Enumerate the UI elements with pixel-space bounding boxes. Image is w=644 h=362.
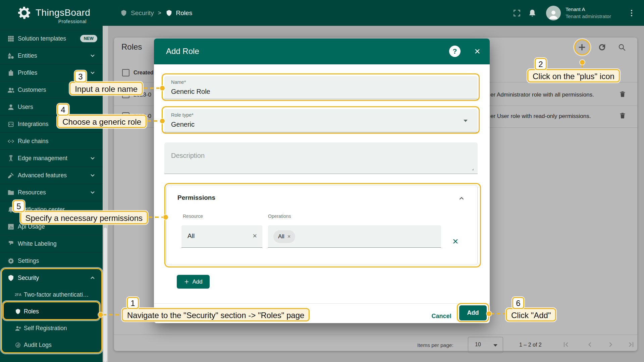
callout-anchor-dot — [580, 60, 585, 65]
sidebar-item-roles[interactable]: Roles — [0, 303, 103, 320]
sidebar-menu: Solution templates NEW Entities Profiles… — [0, 26, 103, 353]
callout-anchor-dot — [160, 119, 165, 123]
chevron-down-icon — [89, 69, 96, 76]
sidebar-item-advanced-features[interactable]: Advanced features — [0, 167, 103, 184]
clear-icon[interactable]: × — [253, 232, 257, 240]
sidebar-item-label: White Labeling — [18, 240, 57, 247]
chevron-up-icon — [89, 275, 96, 281]
breadcrumb-roles[interactable]: Roles — [165, 9, 193, 17]
dropdown-arrow-icon — [464, 120, 468, 122]
sidebar-item-rule-chains[interactable]: Rule chains — [0, 132, 103, 149]
thingsboard-logo-icon — [16, 5, 32, 21]
remove-permission-row-icon[interactable]: × — [452, 236, 459, 247]
notifications-button[interactable] — [525, 9, 540, 17]
name-field[interactable]: Name* Generic Role — [164, 76, 478, 99]
resource-select[interactable]: All × — [181, 225, 262, 248]
role-type-select[interactable]: Role type* Generic — [164, 109, 478, 132]
dialog-title: Add Role — [166, 47, 199, 56]
add-permission-label: Add — [192, 279, 202, 285]
people-icon — [7, 86, 14, 94]
sidebar-item-label: Self Registration — [24, 325, 67, 332]
name-field-label: Name* — [171, 79, 186, 85]
fullscreen-icon — [513, 9, 521, 17]
permissions-section: Permissions Resource Operations All × Al… — [166, 185, 478, 265]
step-badge-3: 3 — [74, 70, 87, 82]
resource-value: All — [187, 232, 195, 240]
step-label-3: Input a role name — [69, 82, 143, 95]
sidebar-item-entities[interactable]: Entities — [0, 47, 103, 64]
antenna-icon — [7, 155, 14, 162]
resize-handle-icon[interactable] — [469, 166, 474, 171]
bell-icon — [528, 9, 537, 17]
description-placeholder: Description — [171, 152, 205, 160]
shield-icon — [120, 9, 127, 17]
add-permission-button[interactable]: Add — [177, 275, 210, 289]
sidebar-item-users[interactable]: Users — [0, 98, 103, 115]
sidebar-item-self-registration[interactable]: Self Registration — [0, 320, 103, 337]
operations-column-label: Operations — [268, 214, 291, 219]
sidebar-item-security[interactable]: Security — [0, 269, 103, 286]
sidebar-item-label: Security — [18, 275, 39, 282]
operations-chip[interactable]: All × — [273, 230, 295, 243]
folder-icon — [7, 189, 14, 196]
fullscreen-button[interactable] — [509, 9, 525, 17]
close-icon[interactable]: × — [471, 45, 484, 58]
callout-connector — [490, 313, 505, 314]
chevron-down-icon — [89, 189, 96, 196]
sidebar-item-label: Rule chains — [18, 138, 48, 145]
sidebar-item-profiles[interactable]: Profiles — [0, 64, 103, 81]
sidebar-item-label: Two-factor authenticati… — [24, 291, 89, 298]
sidebar: ThingsBoard Professional Solution templa… — [0, 0, 103, 362]
thingsboard-app: Security > Roles Tenant A Tenant adminis… — [0, 0, 644, 362]
shield-icon — [15, 308, 21, 315]
sidebar-item-label: Resources — [18, 189, 46, 196]
step-badge-6: 6 — [512, 297, 524, 309]
description-field[interactable]: Description — [164, 142, 478, 174]
operations-select[interactable]: All × — [268, 225, 441, 248]
breadcrumb-security[interactable]: Security — [120, 9, 154, 17]
gear-icon — [7, 257, 14, 264]
sidebar-item-solution-templates[interactable]: Solution templates NEW — [0, 30, 103, 47]
paint-icon — [7, 240, 14, 247]
user-name: Tenant A — [566, 6, 619, 13]
sidebar-item-two-factor-authentication[interactable]: 2FA Two-factor authenticati… — [0, 286, 103, 303]
more-menu-button[interactable] — [624, 9, 639, 17]
dialog-header — [154, 39, 490, 64]
chip-remove-icon[interactable]: × — [287, 234, 290, 240]
sidebar-item-audit-logs[interactable]: Audit Logs — [0, 337, 103, 353]
sidebar-item-label: Edge management — [18, 155, 67, 162]
sidebar-item-label: Profiles — [18, 69, 37, 76]
shield-icon — [165, 9, 173, 17]
sidebar-item-label: Entities — [18, 52, 37, 59]
help-icon[interactable]: ? — [449, 46, 461, 57]
sidebar-scrollbar[interactable] — [103, 26, 108, 362]
add-button[interactable]: Add — [459, 305, 487, 320]
cancel-button[interactable]: Cancel — [426, 309, 457, 323]
person-add-icon — [15, 325, 21, 331]
sidebar-item-label: Solution templates — [18, 35, 66, 42]
shield-icon — [7, 275, 14, 282]
collapse-chevron-icon[interactable] — [458, 195, 465, 202]
role-type-value: Generic — [171, 121, 195, 128]
chart-icon — [7, 223, 14, 230]
user-avatar[interactable] — [546, 6, 561, 20]
callout-connector — [103, 314, 122, 315]
user-info[interactable]: Tenant A Tenant administrator — [566, 6, 619, 20]
person-icon — [548, 9, 559, 20]
app-logo[interactable]: ThingsBoard Professional — [16, 4, 97, 24]
step-label-2: Click on the "plus" icon — [527, 69, 620, 82]
callout-anchor-dot — [160, 86, 165, 90]
brand-name: ThingsBoard — [36, 7, 90, 18]
scrollbar-thumb[interactable] — [104, 228, 107, 362]
integration-icon — [7, 121, 14, 128]
sidebar-item-edge-management[interactable]: Edge management — [0, 149, 103, 167]
sidebar-item-white-labeling[interactable]: White Labeling — [0, 235, 103, 252]
sidebar-item-settings[interactable]: Settings — [0, 252, 103, 269]
sidebar-item-label: Users — [18, 104, 33, 111]
chip-label: All — [278, 233, 284, 240]
tools-icon — [7, 172, 14, 179]
breadcrumb-roles-label: Roles — [176, 9, 193, 17]
topbar-actions: Tenant A Tenant administrator — [509, 0, 644, 26]
chevron-down-icon — [89, 52, 96, 59]
sidebar-item-resources[interactable]: Resources — [0, 184, 103, 201]
